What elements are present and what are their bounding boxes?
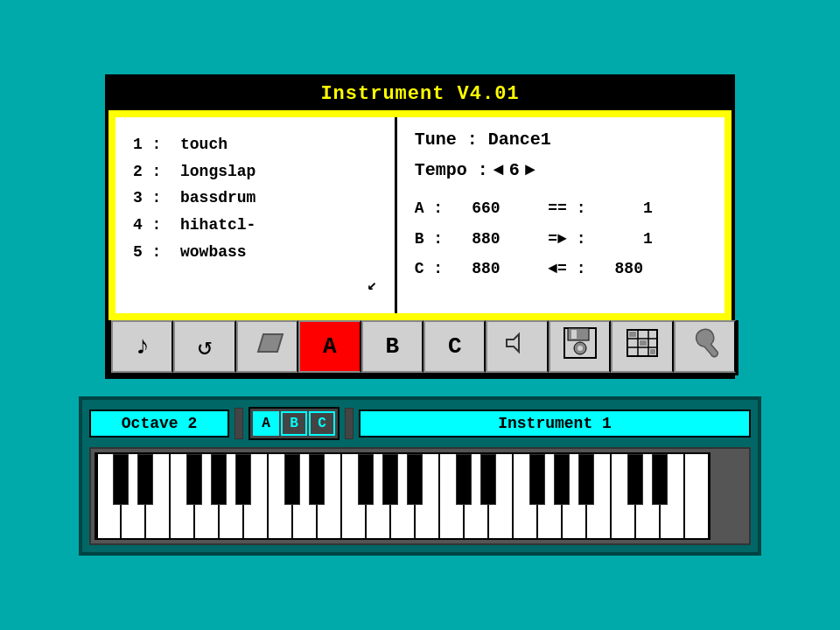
- instrument-window: Instrument V4.01 1 : touch 2 : longslap …: [105, 74, 735, 379]
- svg-point-6: [578, 346, 583, 351]
- app-container: Instrument V4.01 1 : touch 2 : longslap …: [79, 74, 761, 556]
- black-key[interactable]: [284, 454, 300, 505]
- instrument-content: 1 : touch 2 : longslap 3 : bassdrum 4 : …: [116, 117, 724, 313]
- wrench-icon: [690, 326, 719, 367]
- black-key[interactable]: [407, 454, 423, 505]
- button-c[interactable]: C: [424, 320, 486, 373]
- octave-label: Octave 2: [89, 410, 229, 438]
- title-bar: Instrument V4.01: [108, 78, 732, 110]
- toolbar: ♪ ↺ A B C: [108, 320, 738, 375]
- button-a[interactable]: A: [298, 320, 360, 373]
- tempo-row: Tempo : ◄ 6 ►: [415, 160, 707, 180]
- black-key[interactable]: [382, 454, 398, 505]
- tempo-label: Tempo :: [415, 160, 488, 180]
- b-label: B: [386, 333, 400, 360]
- edit-button[interactable]: [236, 320, 298, 373]
- white-key[interactable]: [684, 454, 709, 540]
- piano-btn-a[interactable]: A: [253, 411, 279, 436]
- black-key[interactable]: [113, 454, 129, 505]
- param-a-key: A :: [415, 194, 469, 222]
- tune-title: Tune : Dance1: [415, 130, 707, 150]
- loop-button[interactable]: ↺: [173, 320, 235, 373]
- param-c-rval: 880: [615, 255, 678, 283]
- speaker-icon: [503, 331, 531, 362]
- separator-2: [345, 408, 354, 439]
- note-icon: ♪: [135, 332, 150, 361]
- param-a-sep: == :: [529, 194, 612, 222]
- piano-controls: Octave 2 A B C Instrument 1: [89, 407, 751, 440]
- black-key[interactable]: [627, 454, 643, 505]
- track-item-3: 3 : bassdrum: [133, 185, 377, 212]
- piano-keys-area: [89, 447, 751, 545]
- disk-icon: [563, 326, 598, 367]
- track-item-1: 1 : touch: [133, 131, 377, 158]
- svg-rect-12: [629, 332, 636, 337]
- disk-button[interactable]: [549, 320, 611, 373]
- param-b-sep: =► :: [529, 225, 612, 253]
- grid-button[interactable]: [611, 320, 673, 373]
- black-key[interactable]: [529, 454, 545, 505]
- piano-btn-c[interactable]: C: [309, 411, 335, 436]
- black-key[interactable]: [186, 454, 202, 505]
- note-button[interactable]: ♪: [111, 320, 173, 373]
- svg-rect-3: [568, 328, 589, 340]
- tune-info: Tune : Dance1 Tempo : ◄ 6 ► A : 660 == :…: [397, 117, 724, 313]
- black-key[interactable]: [554, 454, 570, 505]
- svg-marker-1: [507, 334, 519, 352]
- param-b-rval: 1: [615, 225, 678, 253]
- window-title: Instrument V4.01: [320, 83, 519, 105]
- tempo-right-arrow[interactable]: ►: [525, 160, 536, 180]
- button-b[interactable]: B: [361, 320, 424, 373]
- a-label: A: [323, 333, 337, 360]
- svg-marker-0: [258, 334, 283, 352]
- wrench-button[interactable]: [674, 320, 736, 373]
- abc-group: A B C: [248, 407, 340, 440]
- track-item-5: 5 : wowbass: [133, 239, 377, 266]
- param-c-key: C :: [415, 255, 469, 283]
- svg-rect-13: [640, 340, 647, 346]
- piano-btn-b[interactable]: B: [281, 411, 307, 436]
- black-key[interactable]: [211, 454, 227, 505]
- speaker-button[interactable]: [486, 320, 548, 373]
- piano-keys[interactable]: [94, 452, 710, 540]
- param-a-rval: 1: [615, 194, 678, 222]
- instrument-body: 1 : touch 2 : longslap 3 : bassdrum 4 : …: [108, 110, 732, 320]
- black-key[interactable]: [358, 454, 374, 505]
- param-c-sep: ◄= :: [529, 255, 612, 283]
- param-a-val: 660: [472, 194, 526, 222]
- param-b-val: 880: [472, 225, 526, 253]
- black-key[interactable]: [235, 454, 251, 505]
- black-key[interactable]: [309, 454, 325, 505]
- black-key[interactable]: [480, 454, 496, 505]
- params-grid: A : 660 == : 1 B : 880 =► : 1 C : 880 ◄=: [415, 194, 707, 283]
- piano-keys-wrapper: [94, 452, 746, 540]
- c-label: C: [448, 333, 462, 360]
- loop-icon: ↺: [198, 332, 213, 361]
- track-item-4: 4 : hihatcl-: [133, 212, 377, 239]
- grid-icon: [626, 328, 659, 365]
- track-arrow: ↙: [133, 272, 377, 299]
- track-item-2: 2 : longslap: [133, 158, 377, 186]
- svg-rect-4: [571, 330, 577, 339]
- track-list: 1 : touch 2 : longslap 3 : bassdrum 4 : …: [116, 117, 397, 313]
- svg-rect-14: [650, 349, 655, 354]
- tempo-value: 6: [509, 160, 520, 180]
- piano-section: Octave 2 A B C Instrument 1: [79, 396, 761, 556]
- param-b-key: B :: [415, 225, 469, 253]
- black-key[interactable]: [456, 454, 472, 505]
- instrument-label: Instrument 1: [359, 410, 751, 438]
- parallelogram-icon: [251, 331, 284, 362]
- tempo-left-arrow[interactable]: ◄: [494, 160, 504, 180]
- param-c-val: 880: [472, 255, 526, 283]
- black-key[interactable]: [137, 454, 153, 505]
- black-key[interactable]: [652, 454, 668, 505]
- separator-1: [234, 408, 243, 439]
- black-key[interactable]: [578, 454, 594, 505]
